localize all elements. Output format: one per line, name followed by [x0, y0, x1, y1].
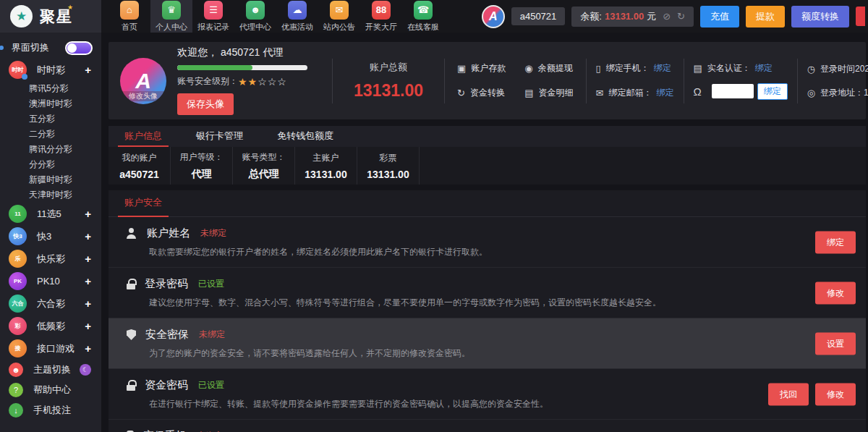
- sidebar-item-天津时时彩[interactable]: 天津时时彩: [0, 187, 101, 203]
- expand-plus-icon[interactable]: +: [85, 275, 91, 287]
- profile-avatar[interactable]: A 修改头像: [120, 58, 166, 104]
- nav-item-在线客服[interactable]: ☎在线客服: [402, 0, 444, 33]
- expand-plus-icon[interactable]: +: [85, 297, 91, 310]
- tab-免转钱包额度[interactable]: 免转钱包额度: [271, 126, 340, 147]
- fund-link-账户存款[interactable]: ▣账户存款: [457, 62, 506, 75]
- sidebar-group-低频彩[interactable]: 彩低频彩+: [0, 315, 101, 337]
- sidebar-group-时时彩[interactable]: 时时时时彩+: [0, 59, 101, 81]
- sidebar-item-新疆时时彩[interactable]: 新疆时时彩: [0, 172, 101, 187]
- star-empty-icon: ☆: [277, 76, 287, 88]
- brand-logo[interactable]: ★ 聚星★: [0, 0, 101, 33]
- nav-item-label: 个人中心: [156, 22, 187, 33]
- fund-link-label: 资金转换: [470, 87, 505, 99]
- lottery-ball-icon: PK: [9, 272, 27, 290]
- qq-number-input[interactable]: [712, 84, 754, 98]
- blue-dot-icon: [0, 46, 4, 50]
- sidebar-group-快3[interactable]: 快3快3+: [0, 225, 101, 247]
- fund-link-资金明细[interactable]: ▤资金明细: [524, 87, 573, 99]
- expand-plus-icon[interactable]: +: [85, 230, 91, 242]
- sidebar-group-六合彩[interactable]: 六合六合彩+: [0, 292, 101, 315]
- 找回-button[interactable]: 找回: [768, 383, 809, 405]
- logout-button-partial[interactable]: [856, 7, 865, 26]
- bind-phone-link[interactable]: 绑定: [654, 62, 671, 75]
- night-mode-badge[interactable]: ☾: [80, 364, 91, 376]
- interface-switch-label: 界面切换: [12, 41, 49, 54]
- star-empty-icon: ☆: [258, 76, 268, 88]
- nav-item-优惠活动[interactable]: ☁优惠活动: [276, 0, 318, 33]
- sidebar-group-接口游戏[interactable]: 接接口游戏+: [0, 337, 101, 360]
- sidebar-item-label: 帮助中心: [33, 384, 71, 397]
- sidebar-group-快乐彩[interactable]: 乐快乐彩+: [0, 247, 101, 270]
- sidebar-item-二分彩[interactable]: 二分彩: [0, 127, 101, 142]
- summary-cell-账号类型: 账号类型：总代理: [233, 147, 295, 185]
- tab-account-security[interactable]: 账户安全: [118, 196, 169, 217]
- summary-cell-主账户: 主账户13131.00: [295, 147, 357, 185]
- cloud-icon: ☁: [288, 1, 307, 20]
- status-badge: 未绑定: [200, 227, 226, 240]
- sidebar-footer: ☻主题切换☾?帮助中心↓手机投注: [0, 360, 101, 420]
- nav-item-开奖大厅[interactable]: 88开奖大厅: [360, 0, 402, 33]
- fund-link-label: 资金明细: [539, 87, 574, 99]
- 提款-button[interactable]: 提款: [746, 6, 785, 27]
- sidebar-group-PK10[interactable]: PKPK10+: [0, 270, 101, 292]
- divider: [684, 59, 684, 103]
- status-badge: 已设置: [198, 278, 224, 290]
- sidebar-item-腾讯5分彩[interactable]: 腾讯5分彩: [0, 81, 101, 96]
- realname-bind-link[interactable]: 绑定: [755, 62, 773, 75]
- sidebar-item-帮助中心[interactable]: ?帮助中心: [0, 380, 101, 400]
- star-filled-icon: ★: [238, 76, 248, 88]
- expand-plus-icon[interactable]: +: [85, 208, 91, 220]
- summary-value: 代理: [192, 168, 212, 181]
- sidebar-item-澳洲时时彩[interactable]: 澳洲时时彩: [0, 96, 101, 111]
- 修改-button[interactable]: 修改: [815, 383, 856, 405]
- tab-银行卡管理[interactable]: 银行卡管理: [190, 126, 250, 147]
- 充值-button[interactable]: 充值: [700, 6, 739, 27]
- transfer-icon: ↻: [457, 88, 465, 98]
- account-tabs: 账户信息银行卡管理免转钱包额度: [109, 126, 866, 147]
- nav-item-站内公告[interactable]: ✉站内公告: [318, 0, 360, 33]
- 修改-button[interactable]: 修改: [815, 281, 856, 304]
- badge-dot-icon: [22, 74, 27, 80]
- fund-link-余额提现[interactable]: ◉余额提现: [524, 62, 573, 75]
- user-avatar[interactable]: A: [482, 5, 505, 28]
- balance-label: 余额:: [580, 10, 602, 23]
- security-row-title: 密保手机: [143, 429, 187, 432]
- refresh-icon[interactable]: ↻: [677, 11, 685, 22]
- headset-icon: ☎: [414, 1, 433, 20]
- nav-item-代理中心[interactable]: ☻代理中心: [234, 0, 276, 33]
- nav-item-label: 在线客服: [407, 22, 439, 33]
- login-address: 登录地址：1: [820, 87, 868, 99]
- sidebar-item-label: 手机投注: [33, 404, 71, 417]
- sidebar-group-label: 快乐彩: [37, 253, 65, 266]
- sidebar-item-腾讯分分彩[interactable]: 腾讯分分彩: [0, 142, 101, 157]
- nav-item-首页[interactable]: ⌂首页: [109, 0, 150, 33]
- sidebar-group-11选5[interactable]: 1111选5+: [0, 203, 101, 225]
- tab-账户信息[interactable]: 账户信息: [118, 126, 169, 147]
- security-row-title: 资金密码: [145, 378, 188, 392]
- 设置-button[interactable]: 设置: [815, 332, 856, 355]
- sidebar-item-主题切换[interactable]: ☻主题切换☾: [0, 360, 101, 380]
- save-avatar-button[interactable]: 保存头像: [177, 93, 234, 115]
- qq-bind-button[interactable]: 绑定: [757, 83, 788, 100]
- expand-plus-icon[interactable]: +: [85, 253, 91, 265]
- sidebar-item-分分彩[interactable]: 分分彩: [0, 157, 101, 172]
- bind-email-row: ✉ 绑定邮箱： 绑定: [596, 87, 674, 99]
- expand-plus-icon[interactable]: +: [85, 320, 91, 332]
- nav-item-个人中心[interactable]: ♛个人中心: [150, 0, 192, 33]
- expand-plus-icon[interactable]: +: [85, 342, 91, 355]
- report-icon: ☰: [204, 1, 223, 20]
- fund-link-资金转换[interactable]: ↻资金转换: [457, 87, 506, 99]
- login-time-row: ◷ 登录时间2020-11-18 09:26:10: [807, 63, 868, 75]
- sidebar-item-五分彩[interactable]: 五分彩: [0, 111, 101, 127]
- interface-toggle[interactable]: [65, 41, 93, 55]
- change-avatar-overlay[interactable]: 修改头像: [120, 91, 166, 101]
- 绑定-button[interactable]: 绑定: [815, 231, 856, 253]
- divider: [797, 59, 798, 103]
- expand-plus-icon[interactable]: +: [85, 64, 91, 76]
- eye-off-icon[interactable]: ⊘: [663, 11, 671, 22]
- 额度转换-button[interactable]: 额度转换: [791, 6, 849, 27]
- nav-item-报表记录[interactable]: ☰报表记录: [192, 0, 234, 33]
- bind-email-link[interactable]: 绑定: [657, 87, 674, 99]
- summary-label: 彩票: [380, 152, 397, 164]
- sidebar-item-手机投注[interactable]: ↓手机投注: [0, 400, 101, 420]
